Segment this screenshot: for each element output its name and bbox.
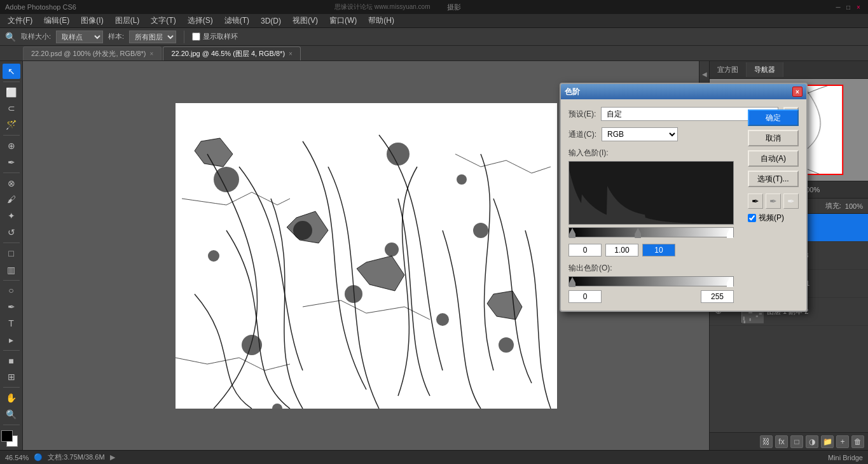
sample-size-select[interactable]: 取样点 3×3 平均 5×5 平均 [56, 31, 103, 43]
levels-output-section: 输出色阶(O): [568, 263, 799, 303]
image-canvas [176, 103, 557, 409]
levels-input-slider[interactable] [568, 227, 734, 237]
tool-crop[interactable]: ⊕ [3, 138, 20, 153]
gray-eyedropper-btn[interactable]: ✒ [766, 193, 781, 209]
preview-label: 视频(P) [759, 213, 784, 223]
tool-magic-wand[interactable]: 🪄 [3, 117, 20, 132]
info-icon[interactable]: 🔵 [34, 453, 43, 461]
white-eyedropper-btn[interactable]: ✒ [783, 193, 799, 209]
tool-gradient[interactable]: ▥ [3, 262, 20, 278]
levels-title: 色阶 [565, 87, 580, 97]
tool-sep-2 [3, 135, 20, 136]
tab-jpg-close[interactable]: × [289, 50, 293, 57]
statusbar: 46.54% 🔵 文档:3.75M/38.6M ▶ Mini Bridge [0, 450, 868, 464]
black-eyedropper-btn[interactable]: ✒ [748, 193, 763, 209]
panel-tab-navigator[interactable]: 导航器 [747, 62, 783, 77]
channel-select[interactable]: RGB 红 绿 蓝 [602, 127, 678, 141]
tab-psd-label: 22.20.psd @ 100% (外发光, RGB/8*) [31, 49, 146, 59]
tool-healing[interactable]: ⊗ [3, 176, 20, 191]
menu-image[interactable]: 图像(I) [76, 14, 108, 27]
fill-value: 100% [845, 202, 863, 210]
sample-size-label: 取样大小: [21, 32, 51, 41]
tool-move[interactable]: ↖ [3, 64, 20, 79]
preview-wrap[interactable]: 视频(P) [748, 213, 799, 223]
fg-color-swatch[interactable] [1, 430, 13, 442]
menu-edit[interactable]: 编辑(E) [39, 14, 74, 27]
tool-dodge[interactable]: ○ [3, 283, 20, 298]
black-point-handle[interactable] [569, 228, 575, 238]
tool-zoom[interactable]: 🔍 [3, 407, 20, 422]
tab-psd[interactable]: 22.20.psd @ 100% (外发光, RGB/8*) × [23, 46, 162, 60]
sample-label: 样本: [108, 32, 124, 41]
menu-text[interactable]: 文字(T) [146, 14, 181, 27]
tool-pen[interactable]: ✒ [3, 299, 20, 314]
tab-psd-close[interactable]: × [150, 50, 154, 57]
levels-output-slider[interactable] [568, 276, 734, 286]
tool-text[interactable]: T [3, 316, 20, 331]
tool-brush[interactable]: 🖌 [3, 192, 20, 207]
tool-sep-7 [3, 387, 20, 388]
eyedropper-row: ✒ ✒ ✒ [748, 193, 799, 209]
sample-select[interactable]: 所有图层 当前图层 [129, 31, 176, 43]
menu-3d[interactable]: 3D(D) [256, 15, 286, 27]
panel-tab-histogram[interactable]: 宜方图 [710, 62, 747, 77]
levels-close-btn[interactable]: × [792, 87, 803, 97]
output-white-input[interactable] [701, 290, 734, 303]
menu-view[interactable]: 视图(V) [287, 14, 323, 27]
levels-auto-btn[interactable]: 自动(A) [748, 150, 799, 167]
menu-file[interactable]: 文件(F) [3, 14, 38, 27]
tabsbar: 22.20.psd @ 100% (外发光, RGB/8*) × 22.20.j… [0, 46, 868, 61]
tool-eyedropper[interactable]: ✒ [3, 155, 20, 170]
levels-cancel-btn[interactable]: 取消 [748, 130, 799, 146]
menu-help[interactable]: 帮助(H) [363, 14, 399, 27]
show-ring-wrap[interactable]: 显示取样环 [192, 32, 238, 41]
tool-hand[interactable]: ✋ [3, 390, 20, 405]
output-black-handle[interactable] [569, 277, 575, 287]
preview-checkbox[interactable] [748, 214, 756, 222]
show-ring-checkbox[interactable] [192, 32, 200, 41]
fill-label: 填充: [825, 201, 841, 211]
output-black-input[interactable] [568, 290, 602, 303]
histogram-canvas [569, 162, 733, 224]
black-point-input[interactable] [568, 244, 602, 257]
levels-input-values [568, 244, 799, 257]
tool-clone[interactable]: ✦ [3, 208, 20, 223]
show-ring-label: 显示取样环 [203, 32, 238, 41]
layer-link-btn[interactable]: ⛓ [760, 435, 773, 448]
layer-mask-btn[interactable]: □ [790, 435, 803, 448]
maximize-btn[interactable]: □ [844, 3, 853, 11]
layer-delete-btn[interactable]: 🗑 [851, 435, 864, 448]
levels-dialog: 色阶 × 预设(E): 自定 默认值 ≡ 通道(C): RGB 红 绿 蓝 输入… [560, 83, 808, 312]
menu-select[interactable]: 选择(S) [183, 14, 218, 27]
menu-layer[interactable]: 图层(L) [110, 14, 145, 27]
menu-window[interactable]: 窗口(W) [324, 14, 362, 27]
layer-new-btn[interactable]: + [836, 435, 849, 448]
layer-group-btn[interactable]: 📁 [821, 435, 834, 448]
layer-fx-btn[interactable]: fx [775, 435, 788, 448]
close-btn[interactable]: × [854, 3, 863, 11]
tool-history-brush[interactable]: ↺ [3, 225, 20, 240]
canvas-content [176, 103, 557, 409]
output-white-handle[interactable] [727, 277, 733, 287]
tool-shape[interactable]: ■ [3, 353, 20, 369]
tool-path[interactable]: ▸ [3, 332, 20, 348]
tool-3d[interactable]: ⊞ [3, 370, 20, 385]
panel-tabs: 宜方图 导航器 [710, 61, 868, 79]
minimize-btn[interactable]: ─ [834, 3, 843, 11]
tab-jpg[interactable]: 22.20.jpg @ 46.5% (图层 4, RGB/8*) × [163, 46, 301, 60]
arrow-icon[interactable]: ▶ [110, 453, 115, 461]
tool-lasso[interactable]: ⊂ [3, 101, 20, 116]
levels-titlebar[interactable]: 色阶 × [561, 84, 806, 99]
menu-filter[interactable]: 滤镜(T) [219, 14, 254, 27]
tool-sep-4 [3, 243, 20, 243]
titlebar-right[interactable]: ─ □ × [834, 3, 863, 11]
layer-adjustment-btn[interactable]: ◑ [806, 435, 818, 448]
tool-eraser[interactable]: □ [3, 246, 20, 261]
levels-ok-btn[interactable]: 确定 [748, 109, 799, 126]
tool-marquee[interactable]: ⬜ [3, 85, 20, 100]
levels-options-btn[interactable]: 选项(T)... [748, 171, 799, 187]
white-point-input[interactable] [642, 244, 675, 257]
white-point-handle[interactable] [727, 228, 733, 238]
midtone-input[interactable] [605, 244, 638, 257]
midtone-handle[interactable] [635, 228, 641, 238]
